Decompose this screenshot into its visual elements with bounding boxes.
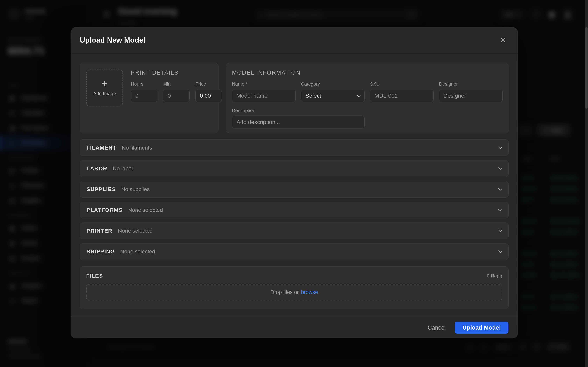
print-field-price: Price0.00 (195, 81, 222, 102)
accordion-platforms[interactable]: PLATFORMSNone selected (80, 202, 509, 218)
category-value: Select (305, 93, 321, 99)
accordion-title: PRINTER (86, 228, 112, 234)
min-input[interactable]: 0 (163, 90, 190, 102)
accordion-subtitle: None selected (118, 228, 153, 234)
print-details-card: + Add Image PRINT DETAILS Hours0Min0Pric… (80, 63, 218, 133)
accordion-subtitle: No labor (113, 166, 133, 172)
dialog-title: Upload New Model (80, 36, 146, 44)
designer-label: Designer (439, 81, 503, 87)
file-dropzone[interactable]: Drop files or browse (86, 284, 502, 300)
description-input[interactable] (232, 116, 364, 128)
accordion-labor[interactable]: LABORNo labor (80, 160, 509, 177)
app-screen: vevvo Labs All Time Revenue $554.71 MAIN… (0, 0, 588, 367)
cancel-button[interactable]: Cancel (428, 324, 446, 331)
designer-input[interactable] (439, 90, 503, 102)
chevron-down-icon (357, 93, 361, 97)
close-button[interactable]: ✕ (498, 35, 509, 46)
upload-model-dialog: Upload New Model ✕ + Add Image PRINT DET… (70, 27, 518, 338)
chevron-down-icon (498, 166, 503, 170)
accordion-title: FILAMENT (86, 145, 116, 151)
chevron-down-icon (498, 207, 503, 211)
print-fields: Hours0Min0Price0.00 (131, 81, 222, 102)
accordion-subtitle: No filaments (122, 145, 152, 151)
accordion-title: SHIPPING (86, 249, 115, 255)
name-label: Name * (232, 81, 295, 87)
description-label: Description (232, 108, 503, 113)
field-label: Min (163, 81, 190, 87)
files-card: FILES 0 file(s) Drop files or browse (80, 267, 509, 309)
accordion-title: LABOR (86, 166, 107, 172)
dialog-footer: Cancel Upload Model (70, 317, 518, 338)
sku-label: SKU (370, 81, 434, 87)
print-field-min: Min0 (163, 81, 190, 102)
model-information-heading: MODEL INFORMATION (232, 69, 503, 76)
chevron-down-icon (498, 249, 503, 253)
field-label: Hours (131, 81, 157, 87)
hours-input[interactable]: 0 (131, 90, 157, 102)
sku-input[interactable] (370, 90, 434, 102)
files-heading: FILES (86, 273, 103, 279)
add-image-label: Add Image (93, 91, 116, 96)
accordion-subtitle: No supplies (121, 186, 149, 192)
accordion-title: SUPPLIES (86, 186, 116, 192)
scrollbar-thumb[interactable] (585, 27, 588, 109)
print-details-heading: PRINT DETAILS (131, 69, 222, 76)
accordion-filament[interactable]: FILAMENTNo filaments (80, 139, 509, 156)
category-label: Category (301, 81, 364, 87)
drop-text: Drop files or (270, 289, 299, 295)
field-label: Price (195, 81, 222, 87)
scrollbar[interactable] (585, 0, 588, 367)
upload-model-button[interactable]: Upload Model (455, 322, 509, 334)
add-image-dropzone[interactable]: + Add Image (86, 69, 123, 106)
accordion-subtitle: None selected (120, 249, 155, 255)
accordion-subtitle: None selected (128, 207, 163, 213)
accordion-supplies[interactable]: SUPPLIESNo supplies (80, 181, 509, 198)
category-select[interactable]: Select (301, 90, 364, 102)
dialog-body: + Add Image PRINT DETAILS Hours0Min0Pric… (70, 53, 518, 309)
browse-link[interactable]: browse (301, 289, 318, 295)
model-name-input[interactable] (232, 90, 295, 102)
files-count: 0 file(s) (487, 273, 502, 279)
plus-icon: + (102, 80, 108, 88)
chevron-down-icon (498, 228, 503, 232)
option-accordions: FILAMENTNo filamentsLABORNo laborSUPPLIE… (80, 139, 509, 260)
accordion-title: PLATFORMS (86, 207, 123, 213)
chevron-down-icon (498, 186, 503, 191)
price-input[interactable]: 0.00 (195, 90, 222, 102)
chevron-down-icon (498, 145, 503, 149)
print-field-hours: Hours0 (131, 81, 157, 102)
accordion-printer[interactable]: PRINTERNone selected (80, 223, 509, 239)
dialog-header: Upload New Model ✕ (70, 27, 518, 53)
accordion-shipping[interactable]: SHIPPINGNone selected (80, 243, 509, 260)
model-information-card: MODEL INFORMATION Name * Category Select (225, 63, 509, 133)
